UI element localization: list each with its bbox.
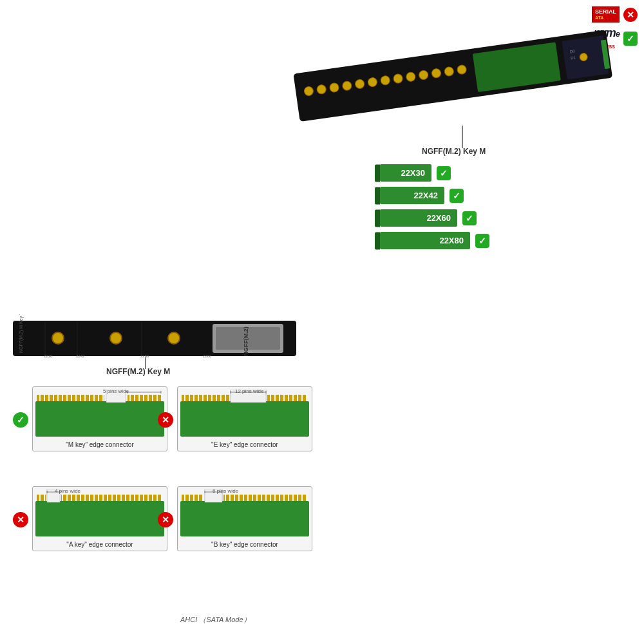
ngff-label-top: NGFF(M.2) Key M (422, 147, 486, 156)
svg-rect-44 (37, 395, 104, 401)
svg-text:D0: D0 (569, 49, 575, 53)
a-key-label: "A key" edge connector (35, 541, 164, 548)
e-key-pins-label: 12 pins wide (235, 388, 263, 394)
e-key-diagram: 12 pins wide (180, 390, 309, 441)
svg-rect-78 (223, 495, 307, 501)
ngff-label-mid: NGFF(M.2) Key M (106, 367, 170, 376)
size-22x30-check: ✓ (437, 166, 451, 180)
m-key-section: ✓ 5 pins wide (32, 386, 167, 451)
m-key-label: "M key" edge connector (35, 441, 164, 448)
ahci-label: AHCI （SATA Mode） (180, 615, 251, 625)
pcb-top-card: D0 D1 (290, 6, 618, 161)
size-row-22x30: 22X30 ✓ (380, 164, 489, 182)
b-key-invalid-icon: ✕ (158, 512, 173, 527)
e-key-section: ✕ 12 pins wide (177, 386, 312, 451)
svg-text:NGFF(M.2) M Key TO PCI-E Adapt: NGFF(M.2) M Key TO PCI-E Adapter (19, 314, 24, 353)
a-key-box: 4 pins wide (32, 486, 167, 551)
svg-point-24 (110, 332, 122, 344)
b-key-pins-label: 6 pins wide (213, 488, 238, 494)
svg-rect-54 (180, 401, 309, 437)
size-card-22x60: 22X60 (380, 209, 457, 227)
e-key-invalid-icon: ✕ (158, 412, 173, 428)
b-key-label: "B key" edge connector (180, 541, 309, 548)
size-row-22x60: 22X60 ✓ (380, 209, 489, 227)
svg-text:D1: D1 (571, 55, 576, 60)
a-key-section: ✕ 4 pins wide (32, 486, 167, 551)
m-key-svg (35, 390, 164, 438)
a-key-svg (35, 489, 164, 538)
m-key-box: 5 pins wide (32, 386, 167, 451)
a-key-pins-label: 4 pins wide (55, 488, 80, 494)
a-key-diagram: 4 pins wide (35, 489, 164, 541)
svg-rect-66 (37, 495, 46, 501)
b-key-box: 6 pins wide (177, 486, 312, 551)
ngff-line-mid (145, 357, 146, 369)
m-key-valid-icon: ✓ (13, 412, 28, 428)
size-22x60-check: ✓ (462, 211, 477, 225)
a-key-invalid-icon: ✕ (13, 512, 28, 527)
size-card-22x42: 22X42 (380, 187, 444, 204)
sata-incompatible-icon: ✕ (623, 8, 638, 22)
m-key-diagram: 5 pins wide (35, 390, 164, 441)
svg-rect-77 (182, 495, 204, 501)
svg-text:2230: 2230 (44, 354, 53, 358)
svg-rect-65 (35, 501, 164, 536)
pcb-mid-card: NGFF(M.2) M Key TO PCI-E Adapter NGFF(M.… (13, 314, 296, 366)
svg-point-25 (168, 332, 180, 344)
e-key-svg (180, 390, 309, 438)
nvme-compatible-icon: ✓ (623, 32, 638, 46)
connector-row-2: ✕ 4 pins wide (32, 486, 312, 551)
svg-text:2280: 2280 (203, 354, 212, 358)
ngff-line-top (462, 126, 463, 148)
b-key-section: ✕ 6 pins wide (177, 486, 312, 551)
svg-text:NGFF(M.2): NGFF(M.2) (243, 327, 249, 356)
size-card-22x80: 22X80 (380, 232, 470, 249)
size-card-22x30: 22X30 (380, 164, 431, 182)
connector-row-1: ✓ 5 pins wide (32, 386, 312, 451)
svg-point-23 (52, 332, 64, 344)
svg-rect-76 (180, 501, 309, 536)
b-key-diagram: 6 pins wide (180, 489, 309, 541)
e-key-label: "E key" edge connector (180, 441, 309, 448)
svg-rect-55 (182, 395, 230, 401)
svg-text:2242: 2242 (76, 354, 85, 358)
size-row-22x80: 22X80 ✓ (380, 232, 489, 249)
size-22x42-check: ✓ (450, 189, 464, 203)
svg-rect-67 (61, 495, 162, 501)
e-key-box: 12 pins wide (177, 386, 312, 451)
size-22x80-check: ✓ (475, 234, 489, 248)
svg-rect-56 (267, 395, 306, 401)
size-compatibility-list: 22X30 ✓ 22X42 ✓ 22X60 ✓ 22X80 ✓ (380, 164, 489, 249)
size-row-22x42: 22X42 ✓ (380, 187, 489, 204)
svg-rect-41 (35, 401, 164, 437)
svg-rect-45 (128, 395, 161, 401)
m-key-pins-label: 5 pins wide (103, 388, 129, 394)
b-key-svg (180, 489, 309, 538)
